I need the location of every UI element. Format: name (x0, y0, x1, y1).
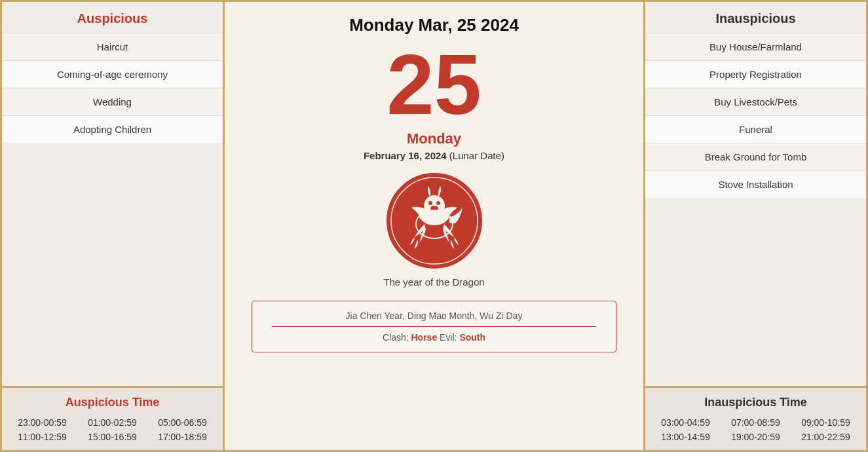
inauspicious-item: Buy Livestock/Pets (645, 88, 866, 115)
svg-point-4 (428, 201, 432, 205)
inauspicious-time-slot: 19:00-20:59 (722, 432, 789, 442)
clash-value: Horse (411, 332, 438, 343)
inauspicious-item: Stove Installation (645, 170, 866, 198)
auspicious-time-slot: 11:00-12:59 (9, 432, 76, 442)
auspicious-item: Coming-of-age ceremony (2, 60, 223, 88)
auspicious-title: Auspicious (77, 11, 148, 26)
inauspicious-item: Break Ground for Tomb (645, 143, 866, 170)
inauspicious-item: Property Registration (645, 60, 866, 88)
day-number: 25 (387, 42, 481, 127)
auspicious-items-list: HaircutComing-of-age ceremonyWeddingAdop… (2, 33, 223, 143)
svg-point-7 (426, 217, 430, 221)
inauspicious-header: Inauspicious (645, 2, 866, 33)
clash-label: Clash: (383, 332, 409, 343)
center-panel: Monday Mar, 25 2024 25 Monday February 1… (225, 2, 643, 450)
inauspicious-time-slot: 21:00-22:59 (792, 432, 859, 442)
auspicious-time-slot: 17:00-18:59 (149, 432, 216, 442)
lunar-date-suffix: (Lunar Date) (449, 150, 504, 161)
evil-label: Evil: (440, 332, 459, 343)
zodiac-dragon-icon (385, 172, 483, 270)
auspicious-time-slot: 23:00-00:59 (9, 417, 76, 428)
right-panel: Inauspicious Buy House/FarmlandProperty … (643, 2, 866, 450)
evil-value: South (459, 332, 485, 343)
auspicious-time-grid: 23:00-00:5901:00-02:5905:00-06:5911:00-1… (9, 417, 216, 442)
auspicious-item: Wedding (2, 88, 223, 115)
svg-point-8 (432, 214, 436, 218)
inauspicious-time-grid: 03:00-04:5907:00-08:5909:00-10:5913:00-1… (652, 417, 859, 442)
auspicious-time-header: Auspicious Time (9, 396, 216, 409)
inauspicious-item: Funeral (645, 115, 866, 143)
day-name: Monday (407, 130, 461, 147)
inauspicious-time-slot: 07:00-08:59 (722, 417, 789, 428)
inauspicious-time-header: Inauspicious Time (652, 396, 859, 409)
auspicious-header: Auspicious (2, 2, 223, 33)
inauspicious-items-list: Buy House/FarmlandProperty RegistrationB… (645, 33, 866, 198)
inauspicious-time-slot: 03:00-04:59 (652, 417, 719, 428)
info-box-clash: Clash: Horse Evil: South (272, 332, 596, 343)
date-title: Monday Mar, 25 2024 (349, 15, 519, 35)
svg-point-10 (430, 221, 432, 224)
inauspicious-item: Buy House/Farmland (645, 33, 866, 60)
auspicious-item: Haircut (2, 33, 223, 60)
auspicious-time-slot: 05:00-06:59 (149, 417, 216, 428)
lunar-date-bold: February 16, 2024 (364, 150, 447, 161)
inauspicious-section: Inauspicious Buy House/FarmlandProperty … (645, 2, 866, 386)
info-box: Jia Chen Year, Ding Mao Month, Wu Zi Day… (252, 301, 616, 352)
inauspicious-title: Inauspicious (715, 11, 795, 26)
lunar-date: February 16, 2024 (Lunar Date) (364, 150, 504, 161)
inauspicious-time-section: Inauspicious Time 03:00-04:5907:00-08:59… (645, 386, 866, 450)
svg-point-5 (436, 201, 440, 205)
auspicious-time-slot: 01:00-02:59 (79, 417, 146, 428)
auspicious-time-slot: 15:00-16:59 (79, 432, 146, 442)
inauspicious-time-slot: 09:00-10:59 (792, 417, 859, 428)
info-box-line1: Jia Chen Year, Ding Mao Month, Wu Zi Day (272, 311, 596, 327)
auspicious-item: Adopting Children (2, 115, 223, 143)
svg-point-9 (439, 217, 443, 221)
inauspicious-time-slot: 13:00-14:59 (652, 432, 719, 442)
main-container: Auspicious HaircutComing-of-age ceremony… (0, 0, 868, 452)
zodiac-label: The year of the Dragon (383, 276, 484, 288)
left-panel: Auspicious HaircutComing-of-age ceremony… (2, 2, 225, 450)
auspicious-time-section: Auspicious Time 23:00-00:5901:00-02:5905… (2, 386, 223, 450)
auspicious-section: Auspicious HaircutComing-of-age ceremony… (2, 2, 223, 386)
svg-point-11 (436, 221, 439, 224)
